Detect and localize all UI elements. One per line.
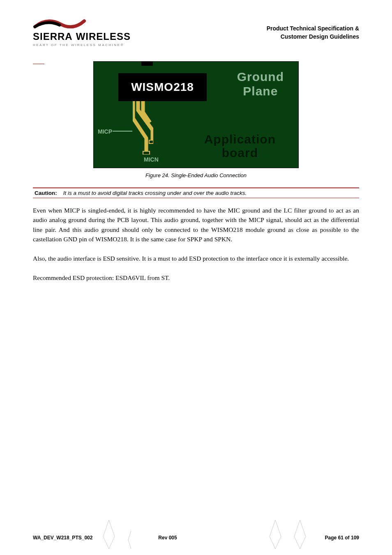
micp-label: MICP <box>98 128 112 135</box>
footer-divider-icon <box>292 520 308 549</box>
page-header: SIERRA WIRELESS HEART OF THE WIRELESS MA… <box>33 18 359 47</box>
logo-swoosh-icon <box>33 18 86 28</box>
header-rule <box>33 64 44 64</box>
figure-caption: Figure 24. Single-Ended Audio Connection <box>33 172 359 178</box>
app-board-label: Application board <box>204 132 276 160</box>
svg-rect-1 <box>149 140 153 143</box>
paragraph-1: Even when MICP is singled-ended, it is h… <box>33 206 359 244</box>
app-line1: Application <box>204 132 276 146</box>
micn-label: MICN <box>144 156 159 163</box>
document-title: Product Technical Specification & Custom… <box>267 25 359 41</box>
svg-rect-0 <box>143 151 150 155</box>
footer-page-number: Page 61 of 109 <box>325 535 359 541</box>
ground-plane-label: Ground Plane <box>237 70 284 98</box>
module-label: WISMO218 <box>118 73 207 101</box>
footer-divider-icon <box>267 520 284 549</box>
paragraph-3: Recommended ESD protection: ESDA6VIL fro… <box>33 273 359 282</box>
caution-label: Caution: <box>35 190 57 196</box>
footer-doc-id: WA_DEV_W218_PTS_002 <box>33 535 92 541</box>
title-line-2: Customer Design Guidelines <box>267 33 359 41</box>
caution-box: Caution: It is a must to avoid digital t… <box>33 187 359 198</box>
figure-image: WISMO218 Ground Plane MICP MICN Applicat… <box>93 61 299 168</box>
ground-line1: Ground <box>237 70 284 83</box>
logo-brand-1: SIERRA <box>33 31 73 42</box>
app-line2: board <box>222 146 258 160</box>
logo-brand-2: WIRELESS <box>76 31 131 42</box>
ground-line2: Plane <box>243 84 278 98</box>
pcb-tab-icon <box>141 62 153 66</box>
micp-leader-icon <box>113 128 133 134</box>
title-line-1: Product Technical Specification & <box>267 25 359 33</box>
logo-tagline: HEART OF THE WIRELESS MACHINE® <box>33 43 131 47</box>
page-footer: WA_DEV_W218_PTS_002 Rev 005 Page 61 of 1… <box>33 535 359 541</box>
caution-text: It is a must to avoid digital tracks cro… <box>63 190 247 196</box>
footer-revision: Rev 005 <box>158 535 177 541</box>
footer-divider-icon <box>101 520 117 549</box>
pcb-trace-icon <box>133 101 153 155</box>
figure-container: WISMO218 Ground Plane MICP MICN Applicat… <box>33 61 359 168</box>
brand-logo: SIERRA WIRELESS HEART OF THE WIRELESS MA… <box>33 18 131 47</box>
paragraph-2: Also, the audio interface is ESD sensiti… <box>33 254 359 263</box>
